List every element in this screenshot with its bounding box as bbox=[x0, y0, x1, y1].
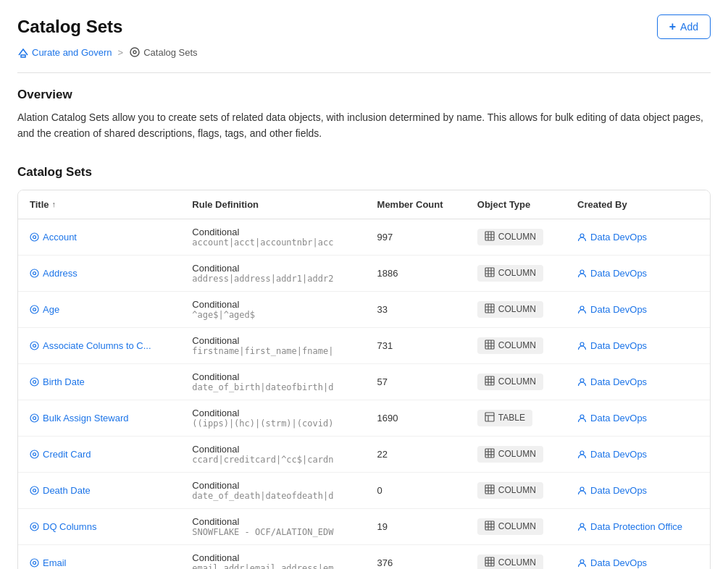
rule-pattern: date_of_birth|dateofbirth|d bbox=[192, 382, 353, 392]
catalog-set-link[interactable]: DQ Columns bbox=[30, 521, 169, 532]
table-row: DQ Columns Conditional SNOWFLAKE - OCF/A… bbox=[18, 508, 710, 544]
creator-icon bbox=[577, 341, 587, 350]
svg-point-56 bbox=[580, 451, 584, 455]
svg-point-3 bbox=[30, 233, 38, 241]
catalog-set-link[interactable]: Birth Date bbox=[30, 376, 169, 387]
object-type-label: COLUMN bbox=[498, 376, 536, 387]
object-type-label: COLUMN bbox=[498, 340, 536, 350]
svg-point-49 bbox=[30, 450, 38, 458]
rule-pattern: ^age$|^aged$ bbox=[192, 310, 353, 320]
catalog-set-link[interactable]: Associate Columns to C... bbox=[30, 340, 169, 351]
curate-govern-icon bbox=[17, 46, 29, 58]
member-count: 1886 bbox=[366, 255, 466, 291]
col-header-title[interactable]: Title ↑ bbox=[18, 190, 180, 219]
add-button-label: Add bbox=[680, 21, 698, 33]
catalog-sets-table: Title ↑ Rule Definition Member Count Obj… bbox=[18, 190, 710, 569]
svg-point-72 bbox=[580, 523, 584, 527]
creator-name: Data DevOps bbox=[590, 340, 647, 351]
creator-cell: Data DevOps bbox=[577, 413, 698, 423]
rule-type: Conditional bbox=[192, 444, 353, 455]
creator-name: Data DevOps bbox=[590, 268, 647, 279]
rule-type: Conditional bbox=[192, 335, 353, 346]
breadcrumb-current-label: Catalog Sets bbox=[143, 47, 197, 58]
catalog-set-link[interactable]: Credit Card bbox=[30, 449, 169, 460]
table-row: Credit Card Conditional ccard|creditcard… bbox=[18, 436, 710, 472]
svg-point-36 bbox=[33, 380, 36, 383]
svg-point-66 bbox=[33, 525, 36, 528]
breadcrumb-parent-label: Curate and Govern bbox=[32, 47, 112, 58]
svg-point-48 bbox=[580, 415, 584, 418]
svg-rect-67 bbox=[485, 521, 494, 530]
svg-point-34 bbox=[580, 342, 584, 346]
catalog-set-link[interactable]: Bulk Assign Steward bbox=[30, 413, 169, 423]
creator-cell: Data DevOps bbox=[577, 232, 698, 243]
catalog-set-title: Bulk Assign Steward bbox=[43, 413, 129, 423]
creator-name: Data DevOps bbox=[590, 413, 647, 423]
catalog-set-link[interactable]: Death Date bbox=[30, 485, 169, 496]
col-header-type: Object Type bbox=[466, 190, 566, 219]
svg-point-18 bbox=[580, 270, 584, 274]
creator-name: Data DevOps bbox=[590, 449, 647, 460]
overview-section: Overview Alation Catalog Sets allow you … bbox=[17, 88, 711, 142]
svg-point-42 bbox=[580, 379, 584, 382]
creator-cell: Data DevOps bbox=[577, 304, 698, 315]
creator-cell: Data DevOps bbox=[577, 557, 698, 568]
object-type-icon bbox=[485, 376, 495, 388]
catalog-set-link[interactable]: Account bbox=[30, 232, 169, 243]
creator-icon bbox=[577, 450, 587, 459]
object-type-badge: COLUMN bbox=[477, 337, 543, 354]
object-type-label: COLUMN bbox=[498, 449, 536, 459]
creator-icon bbox=[577, 305, 587, 314]
rule-pattern: email_addr|email_address|em bbox=[192, 563, 353, 569]
catalog-set-icon bbox=[30, 377, 39, 387]
object-type-icon bbox=[485, 267, 495, 279]
member-count: 1690 bbox=[366, 400, 466, 436]
plus-icon: + bbox=[669, 20, 676, 33]
catalog-set-link[interactable]: Email bbox=[30, 557, 169, 568]
catalog-set-link[interactable]: Age bbox=[30, 304, 169, 315]
creator-name: Data Protection Office bbox=[590, 521, 682, 532]
svg-rect-0 bbox=[21, 55, 25, 57]
rule-type: Conditional bbox=[192, 480, 353, 491]
svg-rect-45 bbox=[485, 413, 494, 421]
creator-cell: Data Protection Office bbox=[577, 521, 698, 532]
rule-pattern: address|address|addr1|addr2 bbox=[192, 274, 353, 284]
add-button[interactable]: + Add bbox=[657, 14, 711, 39]
svg-point-19 bbox=[30, 305, 38, 313]
svg-point-10 bbox=[580, 234, 584, 237]
rule-type: Conditional bbox=[192, 263, 353, 274]
object-type-badge: COLUMN bbox=[477, 518, 543, 535]
catalog-set-icon bbox=[30, 341, 39, 350]
creator-icon bbox=[577, 558, 587, 568]
member-count: 19 bbox=[366, 508, 466, 544]
creator-cell: Data DevOps bbox=[577, 485, 698, 496]
catalog-set-link[interactable]: Address bbox=[30, 268, 169, 279]
catalog-set-title: DQ Columns bbox=[43, 521, 96, 532]
catalog-set-title: Credit Card bbox=[43, 449, 91, 460]
breadcrumb-current: Catalog Sets bbox=[129, 46, 197, 58]
catalog-set-title: Associate Columns to C... bbox=[43, 340, 151, 351]
overview-title: Overview bbox=[17, 88, 711, 102]
svg-rect-75 bbox=[485, 557, 494, 566]
object-type-label: COLUMN bbox=[498, 304, 536, 314]
svg-rect-5 bbox=[485, 232, 494, 240]
object-type-icon bbox=[485, 412, 495, 424]
object-type-icon bbox=[485, 484, 495, 497]
object-type-label: COLUMN bbox=[498, 268, 536, 278]
svg-rect-13 bbox=[485, 268, 494, 277]
svg-rect-21 bbox=[485, 304, 494, 313]
catalog-set-icon bbox=[30, 232, 39, 242]
svg-point-74 bbox=[33, 561, 36, 564]
member-count: 22 bbox=[366, 436, 466, 472]
creator-icon bbox=[577, 377, 587, 387]
table-row: Age Conditional ^age$|^aged$ 33 COLUMN bbox=[18, 291, 710, 327]
member-count: 376 bbox=[366, 544, 466, 569]
rule-type: Conditional bbox=[192, 371, 353, 382]
breadcrumb-parent-link[interactable]: Curate and Govern bbox=[17, 46, 112, 58]
object-type-badge: COLUMN bbox=[477, 446, 543, 463]
object-type-badge: COLUMN bbox=[477, 265, 543, 282]
catalog-set-icon bbox=[30, 413, 39, 423]
creator-name: Data DevOps bbox=[590, 557, 647, 568]
svg-point-80 bbox=[580, 560, 584, 563]
svg-point-11 bbox=[30, 269, 38, 277]
